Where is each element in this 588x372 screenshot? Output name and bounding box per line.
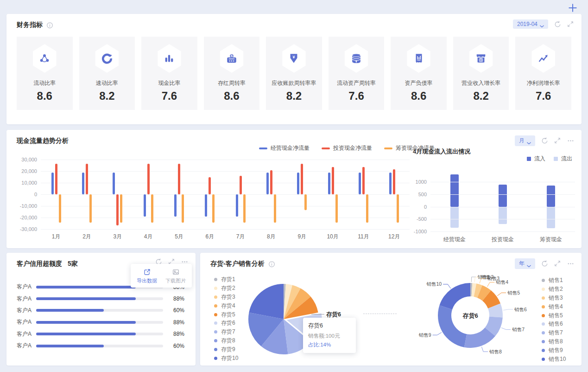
bar-fill[interactable]: [36, 309, 104, 312]
legend-item-4[interactable]: 存货4: [214, 301, 238, 310]
legend-item-5[interactable]: 销售5: [542, 311, 566, 320]
bar-operating[interactable]: [174, 194, 177, 217]
period-dropdown[interactable]: 年: [515, 258, 535, 269]
legend-item-9[interactable]: 销售9: [542, 346, 566, 355]
legend-item-10[interactable]: 存货10: [214, 354, 238, 363]
legend-item-8[interactable]: 销售8: [542, 337, 566, 346]
legend-item-3[interactable]: 销售3: [542, 294, 566, 302]
bar-financing[interactable]: [274, 194, 276, 223]
bar-fill[interactable]: [36, 297, 136, 300]
bar-financing[interactable]: [397, 194, 399, 223]
menu-item-export-data[interactable]: 导出数据: [137, 268, 157, 284]
legend-item-1[interactable]: 经营现金净流量: [259, 144, 310, 152]
legend-item-6[interactable]: 销售6: [542, 320, 566, 328]
bar-outflow[interactable]: [499, 207, 507, 224]
legend-item-10[interactable]: 销售10: [542, 355, 566, 364]
bar-operating[interactable]: [359, 173, 361, 194]
info-icon[interactable]: [268, 261, 275, 268]
bar-financing[interactable]: [304, 194, 307, 210]
bar-investing[interactable]: [209, 177, 211, 195]
callout-line: [471, 277, 476, 282]
gridline: [430, 194, 575, 195]
donut-slice-10[interactable]: [439, 283, 470, 309]
bar-financing[interactable]: [212, 194, 215, 223]
expand-icon[interactable]: [567, 21, 574, 28]
bar-outflow[interactable]: [547, 207, 555, 229]
bar-financing[interactable]: [151, 194, 153, 223]
bar-investing[interactable]: [86, 164, 88, 194]
bar-fill[interactable]: [36, 345, 104, 347]
bar-fill[interactable]: [36, 333, 136, 335]
bar-operating[interactable]: [205, 194, 207, 217]
legend-item-1[interactable]: 流入: [527, 155, 545, 163]
bar-financing[interactable]: [243, 194, 246, 223]
credit-row: 客户A60%: [17, 340, 184, 352]
refresh-icon[interactable]: [541, 137, 548, 144]
legend-item-2[interactable]: 投资现金净流量: [322, 144, 372, 152]
bar-financing[interactable]: [89, 194, 92, 223]
legend-item-5[interactable]: 存货5: [214, 310, 238, 319]
refresh-icon[interactable]: [541, 260, 548, 267]
bar-financing[interactable]: [59, 194, 61, 223]
bar-inflow[interactable]: [547, 186, 555, 206]
expand-icon[interactable]: [554, 260, 561, 267]
bar-investing[interactable]: [332, 167, 334, 194]
bar-investing[interactable]: [178, 164, 180, 194]
bar-operating[interactable]: [82, 173, 84, 194]
bar-operating[interactable]: [266, 173, 269, 194]
info-icon[interactable]: [46, 22, 53, 29]
bar-fill[interactable]: [36, 286, 136, 289]
legend-item-4[interactable]: 销售4: [542, 302, 566, 311]
bar-inflow[interactable]: [450, 174, 459, 207]
legend-item-1[interactable]: 销售1: [542, 276, 566, 285]
period-dropdown[interactable]: 2019-04: [513, 19, 548, 29]
legend-dot: [542, 358, 545, 361]
bar-investing[interactable]: [116, 194, 119, 225]
legend-item-8[interactable]: 存货8: [214, 336, 238, 345]
legend-item-2[interactable]: 销售2: [542, 285, 566, 294]
bar-groups: [41, 160, 410, 229]
legend-item-1[interactable]: 存货1: [214, 275, 238, 284]
legend-item-2[interactable]: 流出: [554, 155, 572, 163]
bar-operating[interactable]: [144, 194, 146, 217]
add-panel-button[interactable]: [568, 3, 578, 13]
bar-operating[interactable]: [236, 194, 238, 217]
bar-financing[interactable]: [182, 194, 184, 223]
bar-financing[interactable]: [120, 194, 122, 223]
more-icon[interactable]: [567, 137, 574, 144]
legend-dot: [214, 295, 217, 299]
callout-line: [503, 309, 513, 310]
bar-financing[interactable]: [335, 194, 338, 223]
bar-inflow[interactable]: [499, 185, 507, 206]
bar-fill[interactable]: [36, 321, 136, 324]
legend-item-7[interactable]: 销售7: [542, 328, 566, 337]
legend-item-3[interactable]: 存货3: [214, 293, 238, 301]
more-icon[interactable]: [567, 260, 574, 267]
legend-item-7[interactable]: 存货7: [214, 327, 238, 336]
bar-investing[interactable]: [55, 164, 57, 194]
bar-investing[interactable]: [270, 170, 272, 195]
bar-track: [36, 297, 163, 300]
menu-item-download-image[interactable]: 下载图片: [165, 268, 186, 284]
bar-operating[interactable]: [297, 173, 299, 194]
bar-investing[interactable]: [147, 164, 150, 194]
expand-icon[interactable]: [554, 137, 561, 144]
bar-operating[interactable]: [113, 173, 115, 194]
bar-outflow[interactable]: [450, 207, 459, 228]
legend-swatch: [384, 148, 392, 149]
legend-item-6[interactable]: 存货6: [214, 319, 238, 327]
percent-value: 60%: [163, 343, 184, 349]
bar-investing[interactable]: [301, 164, 303, 194]
legend-item-9[interactable]: 存货9: [214, 345, 238, 354]
legend-item-2[interactable]: 存货2: [214, 284, 238, 293]
bar-investing[interactable]: [393, 169, 395, 194]
bar-investing[interactable]: [362, 167, 365, 194]
bar-operating[interactable]: [328, 173, 330, 194]
bar-investing[interactable]: [240, 176, 242, 194]
metric-label: 存红周转率: [218, 79, 246, 87]
refresh-icon[interactable]: [554, 21, 561, 28]
bar-financing[interactable]: [366, 194, 368, 223]
bar-operating[interactable]: [51, 173, 54, 194]
period-dropdown[interactable]: 月: [515, 135, 535, 146]
bar-operating[interactable]: [389, 173, 392, 194]
